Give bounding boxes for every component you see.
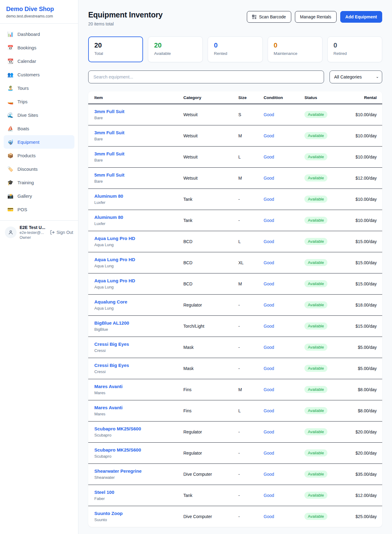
stat-card-maintenance[interactable]: 0 Maintenance (268, 36, 322, 62)
sidebar-item-label: Bookings (17, 45, 36, 50)
item-link[interactable]: Mares Avanti (94, 405, 174, 410)
item-brand: Mares (94, 391, 174, 395)
stat-card-total[interactable]: 20 Total (88, 36, 143, 62)
item-link[interactable]: Aqua Lung Pro HD (94, 278, 174, 283)
sidebar-item-bookings[interactable]: 📅 Bookings (4, 41, 74, 54)
stat-card-available[interactable]: 20 Available (148, 36, 203, 62)
sidebar-item-discounts[interactable]: 🏷️ Discounts (4, 162, 74, 176)
item-link[interactable]: 5mm Full Suit (94, 172, 174, 177)
rental-cell: $10.00/day (338, 104, 382, 125)
category-cell: Mask (179, 358, 234, 379)
condition-link[interactable]: Good (264, 218, 274, 223)
item-brand: Shearwater (94, 475, 174, 480)
item-link[interactable]: Aqua Lung Pro HD (94, 257, 174, 262)
condition-link[interactable]: Good (264, 154, 274, 159)
condition-link[interactable]: Good (264, 366, 274, 371)
sidebar-item-calendar[interactable]: 📆 Calendar (4, 54, 74, 68)
col-header-size: Size (233, 91, 259, 104)
item-link[interactable]: Aluminum 80 (94, 193, 174, 199)
condition-link[interactable]: Good (264, 197, 274, 202)
rental-cell: $20.00/day (338, 442, 382, 463)
sidebar-item-training[interactable]: 🎓 Training (4, 176, 74, 189)
item-link[interactable]: Aqualung Core (94, 299, 174, 304)
sidebar: Demo Dive Shop demo.test.divestreams.com… (0, 0, 78, 534)
search-input[interactable] (88, 71, 324, 83)
sidebar-item-customers[interactable]: 👥 Customers (4, 68, 74, 81)
condition-link[interactable]: Good (264, 303, 274, 307)
table-row: 3mm Full Suit Bare Wetsuit M Good Availa… (88, 125, 382, 146)
category-cell: BCD (179, 273, 234, 294)
category-cell: Fins (179, 379, 234, 400)
sidebar-item-dashboard[interactable]: 📊 Dashboard (4, 27, 74, 41)
sidebar-item-dive-sites[interactable]: 🌊 Dive Sites (4, 108, 74, 122)
manage-rentals-button[interactable]: Manage Rentals (295, 11, 337, 23)
sidebar-item-label: Products (17, 153, 36, 158)
item-link[interactable]: Aqua Lung Pro HD (94, 236, 174, 241)
sidebar-item-gallery[interactable]: 📸 Gallery (4, 189, 74, 203)
sidebar-item-products[interactable]: 📦 Products (4, 149, 74, 162)
sidebar-item-equipment[interactable]: 🤿 Equipment (4, 135, 74, 149)
rental-cell: $5.00/day (338, 337, 382, 358)
item-brand: Aqua Lung (94, 306, 174, 311)
gallery-icon: 📸 (7, 193, 13, 199)
add-equipment-button[interactable]: Add Equipment (340, 11, 382, 23)
user-email: e2e-tester@... (20, 231, 47, 235)
status-badge: Available (304, 196, 327, 203)
item-brand: Aqua Lung (94, 242, 174, 247)
condition-link[interactable]: Good (264, 408, 274, 413)
category-cell: Tank (179, 189, 234, 210)
condition-link[interactable]: Good (264, 387, 274, 392)
sidebar-item-boats[interactable]: ⛵ Boats (4, 122, 74, 135)
status-badge: Available (304, 407, 327, 414)
condition-link[interactable]: Good (264, 176, 274, 181)
item-link[interactable]: 3mm Full Suit (94, 130, 174, 135)
size-cell: M (233, 379, 259, 400)
status-badge: Available (304, 471, 327, 478)
sidebar-item-tours[interactable]: 🏝️ Tours (4, 81, 74, 95)
customers-icon: 👥 (7, 72, 13, 78)
sidebar-item-label: Customers (17, 72, 40, 77)
condition-link[interactable]: Good (264, 324, 274, 329)
condition-link[interactable]: Good (264, 260, 274, 265)
table-row: 5mm Full Suit Bare Wetsuit M Good Availa… (88, 167, 382, 189)
sidebar-item-trips[interactable]: 🚤 Trips (4, 95, 74, 108)
size-cell: - (233, 485, 259, 506)
item-brand: Bare (94, 137, 174, 141)
item-brand: Aqua Lung (94, 285, 174, 289)
item-link[interactable]: Cressi Big Eyes (94, 341, 174, 347)
sidebar-item-pos[interactable]: 💳 POS (4, 203, 74, 216)
condition-link[interactable]: Good (264, 472, 274, 477)
condition-link[interactable]: Good (264, 514, 274, 519)
item-link[interactable]: Shearwater Peregrine (94, 468, 174, 474)
item-link[interactable]: Scubapro MK25/S600 (94, 426, 174, 431)
status-badge: Available (304, 386, 327, 393)
item-link[interactable]: 3mm Full Suit (94, 151, 174, 156)
item-link[interactable]: 3mm Full Suit (94, 109, 174, 114)
condition-link[interactable]: Good (264, 239, 274, 244)
condition-link[interactable]: Good (264, 345, 274, 350)
sign-out-button[interactable]: Sign Out (50, 230, 73, 235)
item-link[interactable]: Aluminum 80 (94, 215, 174, 220)
status-badge: Available (304, 111, 327, 118)
stat-card-retired[interactable]: 0 Retired (327, 36, 382, 62)
size-cell: - (233, 294, 259, 315)
scan-barcode-button[interactable]: Scan Barcode (247, 11, 291, 23)
size-cell: - (233, 358, 259, 379)
stat-card-rented[interactable]: 0 Rented (208, 36, 262, 62)
item-link[interactable]: Mares Avanti (94, 384, 174, 389)
item-link[interactable]: Cressi Big Eyes (94, 363, 174, 368)
col-header-status: Status (300, 91, 338, 104)
item-link[interactable]: Suunto Zoop (94, 511, 174, 516)
item-link[interactable]: Scubapro MK25/S600 (94, 447, 174, 452)
condition-link[interactable]: Good (264, 133, 274, 138)
condition-link[interactable]: Good (264, 429, 274, 434)
rental-cell: $10.00/day (338, 125, 382, 146)
category-select[interactable]: All Categories (330, 71, 382, 83)
condition-link[interactable]: Good (264, 493, 274, 498)
condition-link[interactable]: Good (264, 112, 274, 117)
condition-link[interactable]: Good (264, 451, 274, 456)
header-actions: Scan Barcode Manage Rentals Add Equipmen… (247, 11, 382, 23)
item-link[interactable]: Steel 100 (94, 490, 174, 495)
condition-link[interactable]: Good (264, 281, 274, 286)
item-link[interactable]: BigBlue AL1200 (94, 320, 174, 326)
